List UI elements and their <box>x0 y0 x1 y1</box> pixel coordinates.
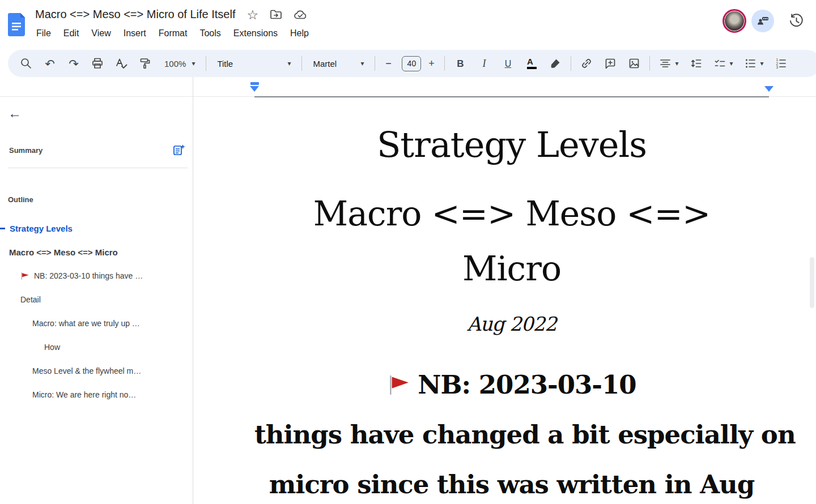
underline-button[interactable]: U <box>498 53 518 74</box>
google-docs-logo-icon[interactable] <box>8 13 25 36</box>
folder-move-icon <box>270 9 282 20</box>
increase-font-size-button[interactable]: + <box>423 53 439 74</box>
doc-title-heading[interactable]: Strategy Levels <box>254 118 769 172</box>
outline-item-how[interactable]: How <box>0 335 193 359</box>
paint-format-button[interactable] <box>135 53 155 74</box>
image-icon <box>628 57 640 70</box>
add-summary-icon <box>172 144 185 156</box>
undo-button[interactable]: ↶ <box>40 53 60 74</box>
star-button[interactable]: ☆ <box>247 9 259 20</box>
left-indent-marker[interactable] <box>250 82 259 96</box>
outline-item-macro-what[interactable]: Macro: what are we truly up … <box>0 311 193 335</box>
outline-item-detail[interactable]: Detail <box>0 288 193 311</box>
sidebar-divider <box>8 168 188 168</box>
align-center-icon <box>659 57 672 70</box>
line-spacing-icon <box>690 57 702 70</box>
paint-roller-icon <box>139 57 151 70</box>
bold-button[interactable]: B <box>450 53 470 74</box>
add-summary-button[interactable] <box>172 144 185 156</box>
document-canvas[interactable]: Strategy Levels Macro <=> Meso <=> Micro… <box>193 77 816 504</box>
outline-item-strategy-levels[interactable]: Strategy Levels <box>0 216 193 240</box>
toolbar-separator <box>444 56 445 71</box>
checklist-button[interactable]: ▾ <box>709 53 737 74</box>
italic-button[interactable]: I <box>474 53 494 74</box>
chevron-down-icon: ▾ <box>287 59 291 67</box>
line-spacing-button[interactable] <box>686 53 706 74</box>
menu-item-edit[interactable]: Edit <box>57 27 86 40</box>
toolbar-separator <box>301 56 302 71</box>
insert-link-button[interactable] <box>576 53 597 74</box>
join-call-button[interactable] <box>751 10 774 32</box>
redo-button[interactable]: ↷ <box>63 53 84 74</box>
scrollbar-thumb[interactable] <box>810 257 814 308</box>
menu-item-insert[interactable]: Insert <box>117 27 152 40</box>
spell-check-button[interactable] <box>111 53 131 74</box>
outline-item-macro-meso-micro[interactable]: Macro <=> Meso <=> Micro <box>0 240 193 264</box>
menu-item-tools[interactable]: Tools <box>193 27 227 40</box>
paragraph-style-value: Title <box>217 59 233 69</box>
font-family-value: Martel <box>313 59 337 69</box>
add-comment-button[interactable] <box>600 53 620 74</box>
zoom-value: 100% <box>164 59 186 69</box>
toolbar-separator <box>375 56 375 71</box>
link-icon <box>580 57 593 70</box>
align-button[interactable]: ▾ <box>655 53 682 74</box>
paragraph-styles-select[interactable]: Title ▾ <box>211 53 296 74</box>
toolbar-separator <box>649 56 650 71</box>
doc-heading-macro-meso-micro[interactable]: Macro <=> Meso <=> Micro <box>254 186 769 296</box>
numbered-list-button[interactable]: 1 2 3 <box>771 53 791 74</box>
version-history-button[interactable] <box>789 14 804 28</box>
cloud-check-icon <box>294 9 307 20</box>
bulleted-list-button[interactable]: ▾ <box>740 53 767 74</box>
chevron-down-icon: ▾ <box>192 59 195 67</box>
font-size-input[interactable]: 40 <box>402 56 421 71</box>
menu-item-help[interactable]: Help <box>284 27 315 40</box>
zoom-select[interactable]: 100% ▾ <box>159 53 201 74</box>
print-icon <box>91 57 104 70</box>
search-icon <box>20 57 32 70</box>
text-color-button[interactable]: A <box>521 53 542 74</box>
person-chat-icon <box>756 15 770 27</box>
doc-date-line[interactable]: Aug 2022 <box>254 310 769 338</box>
left-indent-triangle-icon <box>250 86 259 92</box>
close-outline-button[interactable]: ← <box>8 106 22 120</box>
red-flag-icon <box>20 272 29 280</box>
underline-icon: U <box>505 58 512 70</box>
history-clock-icon <box>789 14 804 28</box>
chevron-down-icon: ▾ <box>675 59 678 67</box>
outline-item-micro-here[interactable]: Micro: We are here right no… <box>0 383 193 407</box>
move-to-folder-button[interactable] <box>270 9 282 20</box>
right-indent-marker[interactable] <box>764 86 774 92</box>
menu-item-file[interactable]: File <box>30 27 57 40</box>
italic-icon: I <box>482 58 486 70</box>
outline-item-nb[interactable]: NB: 2023-03-10 things have … <box>0 264 193 288</box>
decrease-font-size-button[interactable]: − <box>380 53 396 74</box>
summary-label: Summary <box>9 146 42 155</box>
font-family-select[interactable]: Martel ▾ <box>307 53 369 74</box>
print-button[interactable] <box>87 53 108 74</box>
search-menus-button[interactable] <box>16 53 36 74</box>
spellcheck-icon <box>115 57 128 70</box>
document-outline-sidebar: ← Summary Outline Strategy Levels Macro … <box>0 77 193 504</box>
checklist-icon <box>713 57 726 70</box>
user-avatar[interactable] <box>722 9 746 33</box>
formatting-toolbar: ↶ ↷ 100% ▾ Title ▾ Martel ▾ <box>8 50 816 77</box>
outline-item-meso-level[interactable]: Meso Level & the flywheel m… <box>0 359 193 383</box>
insert-image-button[interactable] <box>624 53 644 74</box>
first-line-indent-marker[interactable] <box>250 82 259 85</box>
toolbar-separator <box>571 56 571 71</box>
chevron-down-icon: ▾ <box>760 59 763 67</box>
highlight-color-button[interactable] <box>545 53 566 74</box>
page-margin-line <box>254 96 769 97</box>
cloud-status-button[interactable] <box>294 9 307 20</box>
app-header: Macro <=> Meso <=> Micro of Life Itself … <box>0 0 816 50</box>
doc-nb-heading[interactable]: NB: 2023-03-10 things have changed a bit… <box>254 360 769 504</box>
comment-add-icon <box>604 57 617 70</box>
minus-icon: − <box>385 58 392 70</box>
document-title[interactable]: Macro <=> Meso <=> Micro of Life Itself <box>35 8 236 21</box>
menu-item-format[interactable]: Format <box>152 27 194 40</box>
star-icon: ☆ <box>247 9 259 20</box>
back-arrow-icon: ← <box>8 105 22 121</box>
menu-item-view[interactable]: View <box>85 27 117 40</box>
menu-item-extensions[interactable]: Extensions <box>227 27 284 40</box>
